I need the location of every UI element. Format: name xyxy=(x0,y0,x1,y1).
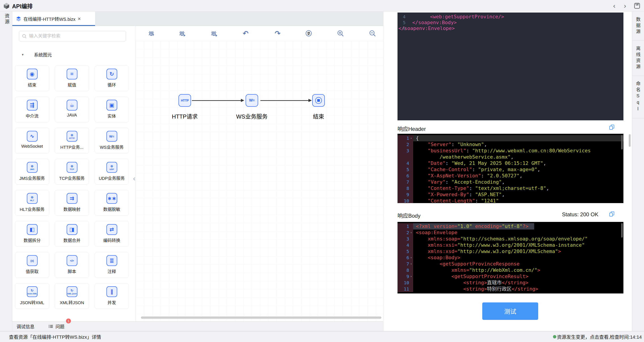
palette-item-label: TCP业务服务 xyxy=(59,175,84,181)
debug-step-icon[interactable] xyxy=(210,30,218,37)
request-body-editor[interactable]: 4 <web:getSupportProvince/>5</soapenv:Bo… xyxy=(398,12,624,120)
debug-flash-icon[interactable] xyxy=(148,30,156,37)
chevron-down-icon: ▼ xyxy=(21,53,24,56)
palette-item-tcp-service[interactable]: ⊕TCPTCP业务服务 xyxy=(55,159,89,184)
node-end[interactable] xyxy=(312,94,325,107)
app-window: API编排 ‹ › 资源 xyxy=(0,0,644,342)
hl7-service-icon: ⊕HL7 xyxy=(27,193,38,204)
palette-item-websocket[interactable]: ∿WebSocket xyxy=(15,128,49,154)
copy-response-body-icon[interactable] xyxy=(609,211,615,217)
mediator-flow-icon: ⇶ xyxy=(27,100,38,110)
palette-item-hl7-service[interactable]: ⊕HL7HL7业务服务 xyxy=(15,190,49,216)
palette-item-script[interactable]: </>脚本 xyxy=(55,252,89,278)
test-button[interactable]: 测试 xyxy=(482,302,538,320)
palette-item-data-merge[interactable]: ◨数据合并 xyxy=(55,221,89,247)
code-line: 7 "Vary": "Accept-Encoding", xyxy=(398,179,624,185)
inspector-scrollbar[interactable] xyxy=(629,134,630,147)
undo-icon[interactable]: ↶ xyxy=(242,30,250,37)
palette-section-header[interactable]: ▼ 系统图元 xyxy=(21,51,52,58)
palette-item-label: 数据拆分 xyxy=(24,237,40,243)
palette-item-label: 注释 xyxy=(107,268,116,274)
code-line: 4 "Date": "Wed, 21 May 2025 06:15:12 GMT… xyxy=(398,160,624,166)
palette-item-label: 结束 xyxy=(28,82,36,88)
palette-item-java[interactable]: ☕JAVA xyxy=(55,97,89,122)
tab-debug-info[interactable]: 调试信息 xyxy=(16,323,34,330)
canvas-horizontal-scrollbar[interactable] xyxy=(141,316,382,319)
json-to-xml-icon: ↻Json-XML xyxy=(27,286,38,297)
palette-item-label: WebSocket xyxy=(21,144,43,149)
palette-item-data-mapping[interactable]: ⇉数据映射 xyxy=(55,190,89,216)
node-label-ws-service: WS业务服务 xyxy=(225,112,279,120)
palette-item-label: 中介流 xyxy=(26,113,38,119)
palette-item-entity[interactable]: ▣实体 xyxy=(94,97,129,122)
palette-item-label: XML转JSON xyxy=(60,299,84,305)
right-rail-item-offline-resources[interactable]: 离线资源 xyxy=(632,41,644,76)
code-line: 6▾ <soap:Body> xyxy=(398,254,624,261)
palette-item-data-split[interactable]: ◧数据拆分 xyxy=(15,221,49,247)
palette-item-assign[interactable]: =赋值 xyxy=(55,66,89,91)
canvas-toolbar: ↶↷ xyxy=(136,26,383,41)
entity-icon: ▣ xyxy=(106,100,117,110)
nav-forward-icon[interactable]: › xyxy=(623,2,627,9)
palette-item-udp-service[interactable]: ⊕UDPUDP业务服务 xyxy=(94,159,129,184)
redo-icon[interactable]: ↷ xyxy=(274,30,282,37)
status-resource-detail[interactable]: 查看资源「在线编排-HTTP转WS.bizx」详情 xyxy=(9,333,101,340)
data-merge-icon: ◨ xyxy=(67,224,78,235)
code-line: 10 "Content-Length": "1241" xyxy=(398,198,624,203)
response-header-editor[interactable]: 1▾{2 "Server": "Unknown",3 "businessUrl"… xyxy=(398,134,624,203)
code-line: /weatherwebService.asmx", xyxy=(398,154,624,160)
copy-response-header-icon[interactable] xyxy=(609,124,615,130)
websocket-icon: ∿ xyxy=(27,131,38,142)
palette-item-jms-service[interactable]: ⊕JMSJMS业务服务 xyxy=(15,159,49,184)
debug-run-icon[interactable] xyxy=(179,30,186,37)
top-header: API编排 ‹ › xyxy=(0,0,644,12)
data-split-icon: ◧ xyxy=(27,224,38,235)
palette-item-ws-service[interactable]: W≡WS业务服务 xyxy=(94,128,129,154)
collapse-palette-button[interactable]: ‹ xyxy=(132,172,136,185)
palette-grid: ◉结束=赋值↻循环⇶中介流☕JAVA▣实体∿WebSocket⊕HTTPHTTP… xyxy=(15,66,133,309)
node-http-request[interactable]: HTTP xyxy=(178,94,191,107)
response-body-editor[interactable]: 1<?xml version="1.0" encoding="utf-8"?>2… xyxy=(398,222,624,294)
status-resource-changed[interactable]: 资源发生变更，点击查看,检查时间:14:14 xyxy=(553,333,642,340)
node-ws-service[interactable]: W≡ xyxy=(246,94,258,107)
palette-item-http-service[interactable]: ⊕HTTPHTTP业务... xyxy=(55,128,89,154)
tcp-service-icon: ⊕TCP xyxy=(67,162,78,173)
app-title: API编排 xyxy=(12,2,33,10)
palette-item-encode-convert[interactable]: ⇄编码转换 xyxy=(94,221,129,247)
tab-problems[interactable]: 问题 xyxy=(56,323,64,330)
palette-item-comment[interactable]: ≣注释 xyxy=(94,252,129,278)
editor-scrollbar[interactable] xyxy=(621,223,623,238)
java-icon: ☕ xyxy=(67,100,78,110)
sync-icon[interactable] xyxy=(305,30,312,37)
palette-item-data-masking[interactable]: ∗∗数据脱敏 xyxy=(94,190,129,216)
end-node-icon xyxy=(315,97,322,104)
right-rail-item-named-sql[interactable]: 命名Sql xyxy=(632,76,644,118)
palette-item-label: 脚本 xyxy=(68,268,76,274)
editor-scrollbar[interactable] xyxy=(621,135,623,150)
nav-back-icon[interactable]: ‹ xyxy=(612,2,616,9)
code-line: 7▾ <getSupportProvinceResponse xyxy=(398,261,624,267)
palette-item-value-get[interactable]: (x)值获取 xyxy=(15,252,49,278)
xml-to-json-icon: ↻XML-json xyxy=(67,286,78,297)
right-rail-item-datasource[interactable]: 数据源 xyxy=(632,12,644,41)
palette-item-loop[interactable]: ↻循环 xyxy=(94,66,129,91)
palette-item-xml-to-json[interactable]: ↻XML-jsonXML转JSON xyxy=(55,283,89,309)
code-line: 5 "Cache-Control": "private, max-age=0", xyxy=(398,166,624,173)
search-input[interactable] xyxy=(29,33,122,39)
left-rail-resources-tab[interactable]: 资源 xyxy=(3,14,10,25)
canvas-surface[interactable] xyxy=(136,41,383,322)
zoom-out-icon[interactable] xyxy=(369,30,376,37)
palette-item-json-to-xml[interactable]: ↻Json-XMLJSON转XML xyxy=(15,283,49,309)
palette-item-concurrent[interactable]: ∥并发 xyxy=(94,283,129,309)
palette-item-mediator-flow[interactable]: ⇶中介流 xyxy=(15,97,49,122)
palette-item-end[interactable]: ◉结束 xyxy=(15,66,49,91)
palette-item-label: HL7业务服务 xyxy=(20,206,44,212)
tab-close-icon[interactable]: × xyxy=(78,16,81,22)
zoom-in-icon[interactable] xyxy=(337,30,344,37)
palette-search-box xyxy=(19,31,126,42)
node-label-end: 结束 xyxy=(292,112,346,120)
tab-online-orchestration[interactable]: 在线编排-HTTP转WS.bizx × xyxy=(12,12,95,26)
save-icon[interactable] xyxy=(634,2,640,9)
code-line: 8 "Content-Type": "text/xml;charset=utf-… xyxy=(398,185,624,192)
script-icon: </> xyxy=(67,255,78,266)
